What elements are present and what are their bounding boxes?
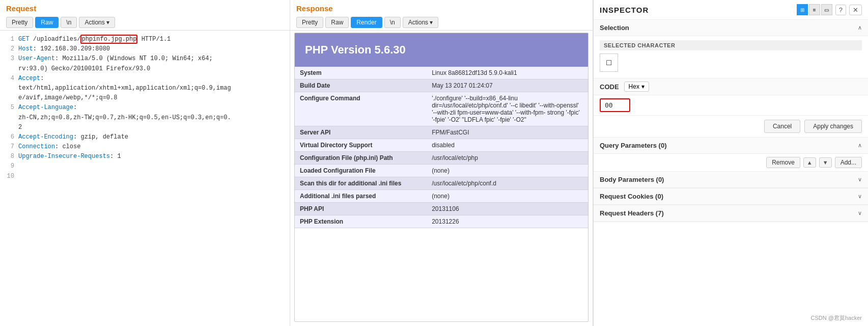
code-line-3: 3 User-Agent: Mozilla/5.0 (Windows NT 10…: [6, 54, 284, 64]
code-line-8: 8 Upgrade-Insecure-Requests: 1: [6, 152, 284, 161]
layout-list-icon[interactable]: ≡: [809, 4, 820, 15]
down-arrow-button[interactable]: ▼: [819, 157, 832, 168]
layout-icons: ⊞ ≡ ▭: [797, 4, 832, 15]
selection-chevron: ∧: [858, 24, 862, 31]
request-body: 1 GET /uploadfiles/phpinfo.jpg.php HTTP/…: [0, 31, 290, 326]
code-value-input[interactable]: [600, 98, 630, 112]
code-line-9: 9: [6, 161, 284, 171]
query-params-controls: Remove ▲ ▼ Add...: [594, 154, 868, 171]
code-row: CODE Hex ▾: [594, 78, 868, 95]
hex-dropdown[interactable]: Hex ▾: [624, 82, 649, 92]
query-params-header[interactable]: Query Parameters (0) ∧: [594, 138, 868, 154]
inspector-controls: ⊞ ≡ ▭ ? ✕: [797, 4, 862, 15]
response-panel: Response Pretty Raw Render \n Actions ▾ …: [290, 0, 593, 326]
apply-changes-button[interactable]: Apply changes: [804, 120, 862, 133]
cancel-button[interactable]: Cancel: [764, 120, 800, 133]
close-icon[interactable]: ✕: [849, 5, 862, 15]
table-row: Build DateMay 13 2017 01:24:07: [295, 79, 588, 92]
selected-char-section: SELECTED CHARACTER □: [594, 36, 868, 78]
resp-tab-raw[interactable]: Raw: [325, 17, 349, 28]
request-headers-label: Request Headers (7): [600, 209, 664, 217]
inspector-panel: INSPECTOR ⊞ ≡ ▭ ? ✕ Selection ∧ SELECTED…: [593, 0, 868, 326]
layout-split-icon[interactable]: ⊞: [797, 4, 808, 15]
highlight-phpinfo: phpinfo.jpg.php: [80, 35, 137, 44]
inspector-header: INSPECTOR ⊞ ≡ ▭ ? ✕: [594, 0, 868, 20]
code-label: CODE: [600, 83, 619, 91]
table-row: Virtual Directory Supportdisabled: [295, 139, 588, 152]
query-params-section: Query Parameters (0) ∧ Remove ▲ ▼ Add...: [594, 138, 868, 172]
code-line-10: 10: [6, 172, 284, 181]
char-display: □: [600, 53, 618, 72]
tab-raw[interactable]: Raw: [35, 17, 59, 28]
body-params-section: Body Parameters (0) ∨: [594, 172, 868, 188]
resp-tab-render[interactable]: Render: [351, 17, 382, 28]
php-version-header: PHP Version 5.6.30: [295, 33, 588, 67]
request-headers-header[interactable]: Request Headers (7) ∨: [594, 205, 868, 222]
table-row: Additional .ini files parsed(none): [295, 190, 588, 203]
resp-tab-newline[interactable]: \n: [384, 17, 401, 28]
response-tab-bar: Pretty Raw Render \n Actions ▾: [290, 15, 593, 31]
table-row: PHP Extension20131226: [295, 215, 588, 228]
body-chevron: ∨: [858, 176, 862, 183]
add-button[interactable]: Add...: [835, 157, 862, 168]
response-content: PHP Version 5.6.30 SystemLinux 8a86812df…: [294, 33, 589, 322]
selected-char-label: SELECTED CHARACTER: [600, 40, 862, 50]
response-title: Response: [290, 0, 593, 15]
cookies-chevron: ∨: [858, 193, 862, 200]
request-panel: Request Pretty Raw \n Actions ▾ 1 GET /u…: [0, 0, 290, 326]
code-line-5c: 2: [6, 123, 284, 132]
request-tab-bar: Pretty Raw \n Actions ▾: [0, 15, 290, 31]
resp-tab-pretty[interactable]: Pretty: [296, 17, 323, 28]
table-row: Scan this dir for additional .ini files/…: [295, 177, 588, 190]
query-params-label: Query Parameters (0): [600, 142, 667, 149]
request-headers-section: Request Headers (7) ∨: [594, 205, 868, 222]
table-row: Loaded Configuration File(none): [295, 165, 588, 177]
query-chevron: ∧: [858, 142, 862, 149]
code-line-3b: rv:93.0) Gecko/20100101 Firefox/93.0: [6, 64, 284, 74]
code-line-7: 7 Connection: close: [6, 142, 284, 152]
code-line-4: 4 Accept:: [6, 74, 284, 84]
up-arrow-button[interactable]: ▲: [803, 157, 816, 168]
inspector-title: INSPECTOR: [600, 6, 649, 14]
request-title: Request: [0, 0, 290, 15]
tab-newline[interactable]: \n: [61, 17, 77, 28]
request-cookies-section: Request Cookies (0) ∨: [594, 188, 868, 205]
code-line-5: 5 Accept-Language:: [6, 103, 284, 113]
table-row: SystemLinux 8a86812df13d 5.9.0-kali1: [295, 67, 588, 79]
code-line-2: 2 Host: 192.168.30.209:8080: [6, 44, 284, 54]
code-line-6: 6 Accept-Encoding: gzip, deflate: [6, 132, 284, 142]
selection-label: Selection: [600, 24, 629, 32]
table-row: Server APIFPM/FastCGI: [295, 126, 588, 139]
code-line-4c: e/avif,image/webp,*/*;q=0.8: [6, 93, 284, 103]
chevron-down-icon: ▾: [641, 83, 645, 90]
resp-tab-actions[interactable]: Actions ▾: [403, 17, 439, 28]
table-row: Configure Command'./configure' '--build=…: [295, 92, 588, 126]
request-cookies-header[interactable]: Request Cookies (0) ∨: [594, 188, 868, 205]
code-line-4b: text/html,application/xhtml+xml,applicat…: [6, 84, 284, 93]
tab-actions[interactable]: Actions ▾: [79, 17, 115, 28]
request-cookies-label: Request Cookies (0): [600, 193, 663, 200]
remove-button[interactable]: Remove: [766, 157, 800, 168]
watermark: CSDN @君莫hacker: [594, 310, 868, 326]
body-params-header[interactable]: Body Parameters (0) ∨: [594, 172, 868, 188]
code-line-5b: zh-CN,zh;q=0.8,zh-TW;q=0.7,zh-HK;q=0.5,e…: [6, 113, 284, 123]
table-row: Configuration File (php.ini) Path/usr/lo…: [295, 152, 588, 165]
headers-chevron: ∨: [858, 210, 862, 216]
actions-row: Cancel Apply changes: [594, 116, 868, 138]
body-params-label: Body Parameters (0): [600, 176, 664, 183]
code-line-1: 1 GET /uploadfiles/phpinfo.jpg.php HTTP/…: [6, 35, 284, 44]
tab-pretty[interactable]: Pretty: [6, 17, 33, 28]
selection-section-header[interactable]: Selection ∧: [594, 20, 868, 36]
layout-panel-icon[interactable]: ▭: [821, 4, 832, 15]
php-info-table: SystemLinux 8a86812df13d 5.9.0-kali1Buil…: [295, 67, 588, 228]
help-icon[interactable]: ?: [835, 5, 846, 15]
table-row: PHP API20131106: [295, 203, 588, 215]
code-value-box: [594, 95, 868, 116]
hex-label: Hex: [629, 83, 639, 90]
